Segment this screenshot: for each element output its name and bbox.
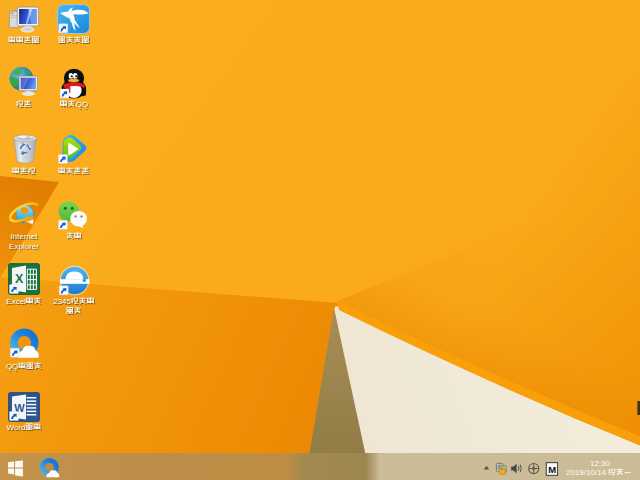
svg-text:12:30: 12:30 [590,459,611,468]
svg-text:M: M [548,464,556,475]
svg-text:2345: 2345 [53,297,71,306]
svg-text:Excel: Excel [6,298,26,307]
svg-text:QQ: QQ [5,362,17,371]
svg-text:2019/10/14: 2019/10/14 [566,468,607,477]
svg-text:X: X [15,272,24,286]
svg-text:QQ: QQ [75,100,87,109]
svg-text:Word: Word [6,423,25,432]
